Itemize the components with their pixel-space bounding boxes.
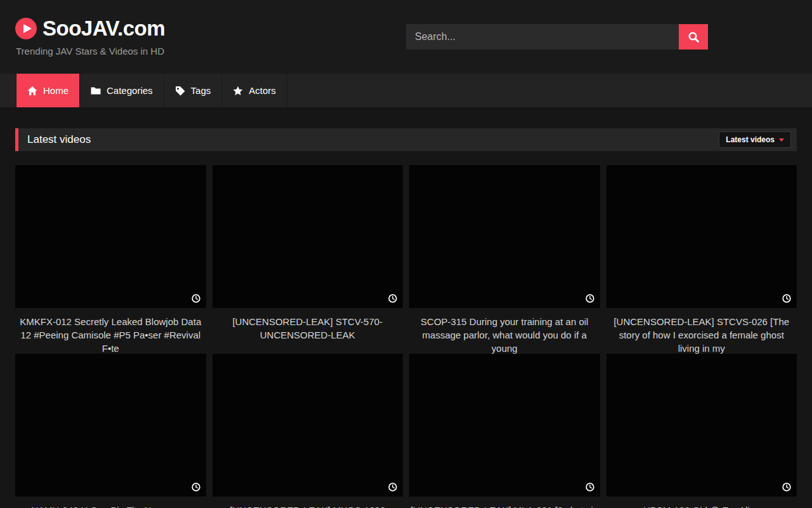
clock-icon — [586, 294, 594, 303]
clock-icon — [192, 294, 200, 303]
clock-icon — [388, 483, 397, 491]
video-title[interactable]: [UNCENSORED-LEAK] STCV-570-UNCENSORED-LE… — [213, 308, 403, 354]
search-button[interactable] — [679, 24, 708, 50]
nav-item-categories[interactable]: Categories — [80, 74, 164, 107]
nav-item-label: Categories — [107, 85, 153, 96]
video-card[interactable]: NAMH-042 H Cup Big Tits Newcomer (170cm … — [15, 354, 206, 508]
video-card[interactable]: [UNCENSORED-LEAK] STCVS-026 [The story o… — [606, 165, 797, 354]
video-thumbnail[interactable] — [15, 165, 206, 308]
video-card[interactable]: [UNCENSORED-LEAK] MXGS-1296 Absolutely — [213, 354, 403, 508]
clock-icon — [388, 294, 397, 303]
tag-icon — [175, 86, 185, 96]
video-grid: KMKFX-012 Secretly Leaked Blowjob Data 1… — [15, 165, 797, 508]
site-header: SooJAV.com Trending JAV Stars & Videos i… — [0, 0, 812, 74]
play-circle-icon — [15, 18, 37, 39]
video-title[interactable]: UPSM-186 Girl @ Era Alice — [606, 497, 797, 508]
search-form — [406, 24, 708, 50]
video-card[interactable]: [UNCENSORED-LEAK] MLA-231 [3 shots in — [409, 354, 600, 508]
star-icon — [233, 86, 243, 96]
site-logo[interactable]: SooJAV.com — [15, 17, 165, 41]
video-thumbnail[interactable] — [409, 165, 600, 308]
video-title[interactable]: [UNCENSORED-LEAK] MLA-231 [3 shots in — [409, 497, 600, 508]
video-thumbnail[interactable] — [606, 165, 797, 308]
video-title[interactable]: [UNCENSORED-LEAK] STCVS-026 [The story o… — [606, 308, 797, 354]
video-title[interactable]: NAMH-042 H Cup Big Tits Newcomer (170cm … — [15, 497, 206, 508]
video-thumbnail[interactable] — [409, 354, 600, 497]
section-title: Latest videos — [27, 133, 91, 146]
sort-dropdown-label: Latest videos — [726, 135, 775, 144]
video-card[interactable]: KMKFX-012 Secretly Leaked Blowjob Data 1… — [15, 165, 206, 354]
nav-item-tags[interactable]: Tags — [164, 74, 223, 107]
video-title[interactable]: [UNCENSORED-LEAK] MXGS-1296 Absolutely — [213, 497, 403, 508]
search-input[interactable] — [406, 24, 679, 50]
nav-item-actors[interactable]: Actors — [222, 74, 287, 107]
clock-icon — [586, 483, 594, 491]
nav-item-label: Tags — [191, 85, 211, 96]
video-thumbnail[interactable] — [606, 354, 797, 497]
site-title: SooJAV.com — [43, 17, 165, 41]
nav-item-label: Home — [43, 85, 69, 96]
section-header: Latest videos Latest videos — [15, 128, 797, 151]
clock-icon — [782, 294, 791, 303]
video-card[interactable]: UPSM-186 Girl @ Era Alice — [606, 354, 797, 508]
main-nav: Home Categories Tags Actors — [0, 74, 812, 107]
site-tagline: Trending JAV Stars & Videos in HD — [16, 46, 164, 57]
caret-down-icon — [779, 138, 784, 142]
video-thumbnail[interactable] — [213, 354, 403, 497]
video-card[interactable]: [UNCENSORED-LEAK] STCV-570-UNCENSORED-LE… — [213, 165, 403, 354]
video-title[interactable]: KMKFX-012 Secretly Leaked Blowjob Data 1… — [15, 308, 206, 354]
video-card[interactable]: SCOP-315 During your training at an oil … — [409, 165, 600, 354]
nav-item-home[interactable]: Home — [16, 74, 80, 107]
video-thumbnail[interactable] — [15, 354, 206, 497]
nav-item-label: Actors — [249, 85, 276, 96]
video-thumbnail[interactable] — [213, 165, 403, 308]
folder-icon — [91, 86, 101, 96]
clock-icon — [192, 483, 200, 491]
home-icon — [27, 86, 37, 96]
video-title[interactable]: SCOP-315 During your training at an oil … — [409, 308, 600, 354]
search-icon — [688, 31, 700, 43]
clock-icon — [782, 483, 791, 491]
sort-dropdown-button[interactable]: Latest videos — [719, 131, 791, 148]
main-content: Latest videos Latest videos KMKFX-012 Se… — [0, 128, 812, 508]
